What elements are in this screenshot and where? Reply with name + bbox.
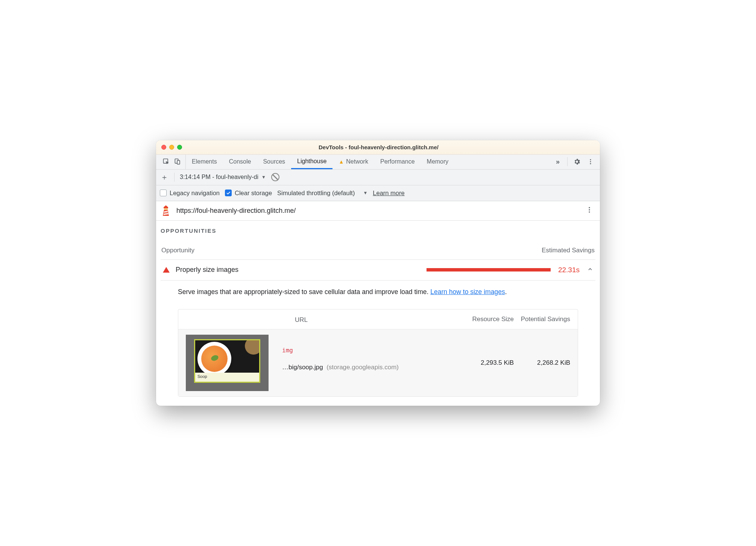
table-header: URL Resource Size Potential Savings (178, 309, 578, 329)
checkbox-checked-icon[interactable] (225, 190, 232, 196)
dropdown-caret-icon: ▼ (261, 174, 266, 180)
lighthouse-options: Legacy navigation Clear storage Simulate… (156, 185, 600, 201)
tab-performance[interactable]: Performance (374, 155, 421, 169)
savings-bar (427, 268, 551, 271)
device-toggle-icon[interactable] (173, 158, 182, 166)
devtools-window: DevTools - foul-heavenly-direction.glitc… (156, 140, 600, 406)
report-selector[interactable]: 3:14:14 PM - foul-heavenly-di ▼ (180, 174, 266, 180)
tab-lighthouse[interactable]: Lighthouse (291, 155, 332, 169)
warning-icon: ▲ (339, 159, 344, 165)
opportunity-label: Properly size images (176, 266, 238, 274)
fail-triangle-icon (163, 267, 170, 273)
svg-rect-6 (164, 208, 168, 210)
chevron-up-icon (587, 266, 593, 273)
legacy-nav-label: Legacy navigation (170, 190, 220, 197)
element-tag: img (282, 345, 293, 354)
table-row[interactable]: Soop img …big/soop.jpg (storage.googleap… (178, 329, 578, 396)
opportunity-description: Serve images that are appropriately-size… (161, 281, 595, 302)
panel-tabs: Elements Console Sources Lighthouse ▲ Ne… (186, 155, 454, 169)
savings-value: 22.31s (558, 266, 580, 274)
throttling-label: Simulated throttling (default) (277, 190, 355, 197)
lighthouse-toolbar: ＋ 3:14:14 PM - foul-heavenly-di ▼ (156, 170, 600, 185)
report-content: OPPORTUNITIES Opportunity Estimated Savi… (156, 221, 600, 406)
tab-network-label: Network (346, 158, 368, 165)
report-url: https://foul-heavenly-direction.glitch.m… (176, 207, 296, 215)
opportunity-bar-wrap: 22.31s (244, 266, 593, 274)
tab-memory[interactable]: Memory (421, 155, 455, 169)
svg-point-5 (590, 163, 591, 164)
clear-button-icon[interactable] (271, 173, 279, 181)
td-potential-savings: 2,268.2 KiB (514, 359, 570, 367)
td-resource-size: 2,293.5 KiB (457, 359, 514, 367)
settings-gear-icon[interactable] (573, 158, 581, 166)
th-url: URL (186, 315, 457, 324)
kebab-menu-icon[interactable] (586, 158, 595, 166)
svg-rect-2 (177, 161, 180, 164)
svg-point-3 (590, 159, 591, 161)
panel-tabs-row: Elements Console Sources Lighthouse ▲ Ne… (156, 155, 600, 170)
separator (174, 173, 175, 182)
col-opportunity: Opportunity (161, 247, 194, 254)
desc-tail: . (505, 288, 507, 296)
more-tabs-button[interactable]: » (554, 158, 562, 166)
report-menu-icon[interactable] (583, 204, 595, 218)
clear-storage-option[interactable]: Clear storage (225, 190, 272, 197)
opportunity-table: URL Resource Size Potential Savings Soop… (178, 309, 578, 397)
report-label: 3:14:14 PM - foul-heavenly-di (180, 174, 258, 180)
svg-point-4 (590, 161, 591, 162)
checkbox-unchecked-icon[interactable] (160, 190, 167, 196)
traffic-lights (161, 145, 182, 150)
tab-sources[interactable]: Sources (257, 155, 291, 169)
new-report-button[interactable]: ＋ (160, 173, 169, 182)
desc-text: Serve images that are appropriately-size… (178, 288, 430, 296)
legacy-nav-option[interactable]: Legacy navigation (160, 190, 220, 197)
opportunities-header: Opportunity Estimated Savings (161, 234, 595, 260)
learn-more-link[interactable]: Learn more (373, 190, 404, 197)
url-cell: img …big/soop.jpg (storage.googleapis.co… (269, 355, 457, 371)
minimize-window-button[interactable] (169, 145, 174, 150)
lighthouse-icon (161, 205, 171, 217)
tab-network[interactable]: ▲ Network (332, 155, 374, 169)
maximize-window-button[interactable] (177, 145, 182, 150)
opportunity-row[interactable]: Properly size images 22.31s (161, 260, 595, 281)
close-window-button[interactable] (161, 145, 166, 150)
svg-point-8 (589, 209, 590, 210)
separator (567, 157, 568, 166)
image-thumbnail: Soop (186, 335, 269, 391)
th-resource-size: Resource Size (457, 315, 514, 324)
clear-storage-label: Clear storage (235, 190, 272, 197)
inspect-element-icon[interactable] (162, 158, 170, 166)
tabs-right-controls: » (554, 155, 600, 169)
tab-elements[interactable]: Elements (186, 155, 223, 169)
section-title: OPPORTUNITIES (161, 228, 595, 234)
url-path: …big/soop.jpg (storage.googleapis.com) (282, 364, 457, 371)
thumb-caption: Soop (195, 373, 259, 382)
url-host: (storage.googleapis.com) (326, 364, 399, 371)
dropdown-caret-icon: ▼ (363, 190, 367, 196)
url-filepath: …big/soop.jpg (282, 364, 323, 371)
titlebar: DevTools - foul-heavenly-direction.glitc… (156, 140, 600, 155)
tab-console[interactable]: Console (223, 155, 257, 169)
desc-link[interactable]: Learn how to size images (430, 288, 505, 296)
col-savings: Estimated Savings (542, 247, 595, 254)
inspect-controls (158, 155, 186, 169)
svg-point-7 (589, 207, 590, 208)
report-url-row: https://foul-heavenly-direction.glitch.m… (156, 201, 600, 221)
window-title: DevTools - foul-heavenly-direction.glitc… (182, 144, 575, 150)
th-potential-savings: Potential Savings (514, 315, 570, 324)
throttling-selector[interactable]: Simulated throttling (default) ▼ (277, 190, 367, 197)
svg-point-9 (589, 211, 590, 212)
